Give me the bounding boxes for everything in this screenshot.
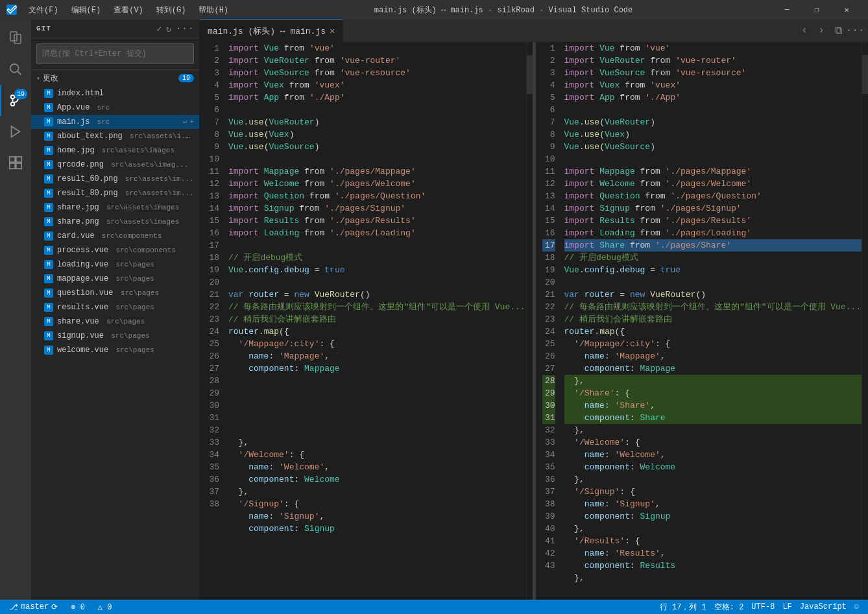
changes-count-badge: 19 (178, 74, 194, 82)
menu-file[interactable]: 文件(F) (22, 2, 65, 18)
file-name: mappage.vue src\pages (57, 274, 194, 283)
file-item-result80[interactable]: M result_80.png src\assets\im... (31, 186, 199, 200)
right-editor-panel[interactable]: 123456 789101112 13141516 17 18192021222… (536, 42, 869, 600)
file-item-about[interactable]: M about_text.png src\assets\i... (31, 129, 199, 143)
file-name: result_60.png src\assets\im... (57, 174, 194, 183)
svg-point-4 (11, 102, 15, 106)
file-item-question[interactable]: M question.vue src\pages (31, 286, 199, 300)
file-item-loading[interactable]: M loading.vue src\pages (31, 257, 199, 272)
file-item-appvue[interactable]: M App.vue src (31, 100, 199, 115)
file-item-welcome[interactable]: M welcome.vue src\pages (31, 343, 199, 357)
file-item-index[interactable]: M index.html (31, 86, 199, 100)
app-icon (6, 5, 17, 15)
file-item-result60[interactable]: M result_60.png src\assets\im... (31, 172, 199, 186)
sidebar-title: GIT (36, 25, 156, 32)
git-refresh-icon[interactable]: ↻ (166, 23, 171, 34)
nav-back-button[interactable]: ‹ (797, 23, 812, 38)
undo-icon[interactable]: ↩ (183, 118, 187, 126)
left-code-content[interactable]: import Vue from 'vue' import VueRouter f… (226, 42, 526, 600)
git-branch-label: master (21, 602, 49, 611)
file-name: signup.vue src\pages (57, 331, 194, 340)
errors-label: ⊗ 0 (71, 602, 85, 612)
file-status-badge: M (44, 174, 53, 183)
file-status-badge: M (44, 203, 53, 212)
maximize-button[interactable]: ❐ (802, 0, 832, 19)
file-item-mainjs[interactable]: M main.js src ↩ + (31, 115, 199, 129)
git-sync-icon: ⟳ (51, 602, 58, 612)
encoding-status[interactable]: UTF-8 (747, 600, 778, 614)
file-status-badge: M (44, 146, 53, 155)
line-ending-status[interactable]: LF (778, 600, 795, 614)
more-actions-button[interactable]: ··· (847, 23, 863, 38)
chevron-down-icon: ▾ (36, 75, 40, 82)
explorer-icon[interactable] (0, 23, 31, 54)
indentation-label: 空格: 2 (714, 602, 744, 613)
git-check-icon[interactable]: ✓ (156, 23, 162, 34)
file-item-mappage[interactable]: M mappage.vue src\pages (31, 272, 199, 286)
window-controls[interactable]: — ❐ ✕ (772, 0, 862, 19)
tab-label: main.js (标头) ↔ main.js (208, 25, 326, 37)
file-name: result_80.png src\assets\im... (57, 189, 194, 198)
git-branch-icon: ⎇ (9, 602, 18, 612)
errors-status[interactable]: ⊗ 0 (67, 600, 89, 614)
menu-bar[interactable]: 文件(F) 编辑(E) 查看(V) 转到(G) 帮助(H) (22, 2, 235, 18)
activity-bar: 19 (0, 19, 31, 600)
editor-area: main.js (标头) ↔ main.js ✕ ‹ › ⧉ ··· 12345… (200, 19, 868, 600)
extensions-activity-icon[interactable] (0, 147, 31, 178)
file-item-sharejpg[interactable]: M share.jpg src\assets\images (31, 200, 199, 215)
changes-section-header[interactable]: ▾ 更改 19 (31, 70, 199, 86)
file-item-sharepng[interactable]: M share.png src\assets\images (31, 215, 199, 229)
search-activity-icon[interactable] (0, 54, 31, 85)
file-status-badge: M (44, 117, 53, 126)
close-button[interactable]: ✕ (832, 0, 862, 19)
commit-message-input[interactable] (36, 43, 194, 64)
git-more-icon[interactable]: ··· (175, 23, 194, 34)
tab-mainjs[interactable]: main.js (标头) ↔ main.js ✕ (200, 19, 343, 42)
left-editor-panel[interactable]: 123456 789101112 131415161718 1920212223… (200, 42, 533, 600)
title-bar: 文件(F) 编辑(E) 查看(V) 转到(G) 帮助(H) main.js (标… (0, 0, 868, 19)
file-status-badge: M (44, 274, 53, 283)
file-item-qrcode[interactable]: M qrcode.png src\assets\imag... (31, 158, 199, 172)
language-status[interactable]: JavaScript (796, 600, 850, 614)
file-item-card[interactable]: M card.vue src\components (31, 229, 199, 243)
file-item-process[interactable]: M process.vue src\components (31, 243, 199, 257)
cursor-position-status[interactable]: 行 17，列 1 (656, 600, 710, 614)
warnings-label: △ 0 (98, 602, 112, 612)
menu-view[interactable]: 查看(V) (107, 2, 150, 18)
menu-help[interactable]: 帮助(H) (192, 2, 235, 18)
tab-close-icon[interactable]: ✕ (330, 25, 335, 36)
line-ending-label: LF (782, 602, 791, 611)
indentation-status[interactable]: 空格: 2 (710, 600, 748, 614)
file-list: M index.html M App.vue src M main.js src… (31, 86, 199, 600)
file-item-signup[interactable]: M signup.vue src\pages (31, 329, 199, 343)
file-status-badge: M (44, 217, 53, 226)
file-name: share.jpg src\assets\images (57, 203, 194, 212)
menu-edit[interactable]: 编辑(E) (65, 2, 108, 18)
nav-forward-button[interactable]: › (814, 23, 829, 38)
file-name: loading.vue src\pages (57, 260, 194, 269)
file-item-share[interactable]: M share.vue src\pages (31, 314, 199, 329)
file-name: about_text.png src\assets\i... (57, 132, 194, 141)
debug-activity-icon[interactable] (0, 116, 31, 147)
menu-goto[interactable]: 转到(G) (150, 2, 193, 18)
git-branch-status[interactable]: ⎇ master ⟳ (5, 600, 62, 614)
source-control-activity-icon[interactable]: 19 (0, 85, 31, 116)
file-status-badge: M (44, 160, 53, 169)
add-icon[interactable]: + (189, 118, 194, 126)
warnings-status[interactable]: △ 0 (94, 600, 116, 614)
split-editor-button[interactable]: ⧉ (830, 23, 846, 38)
svg-rect-9 (16, 157, 21, 162)
right-code-content[interactable]: import Vue from 'vue' import VueRouter f… (562, 42, 862, 600)
feedback-status[interactable]: ☺ (850, 600, 863, 614)
file-action-icons: ↩ + (183, 118, 194, 126)
window-title: main.js (标头) ↔ main.js - silkRoad - Visu… (235, 5, 772, 16)
file-item-home[interactable]: M home.jpg src\assets\images (31, 143, 199, 158)
file-status-badge: M (44, 346, 53, 355)
file-item-results[interactable]: M results.vue src\pages (31, 300, 199, 314)
file-name: results.vue src\pages (57, 303, 194, 312)
file-status-badge: M (44, 303, 53, 312)
changes-label: 更改 (43, 73, 178, 84)
right-minimap (862, 42, 868, 600)
minimize-button[interactable]: — (772, 0, 802, 19)
source-control-badge: 19 (14, 89, 27, 99)
